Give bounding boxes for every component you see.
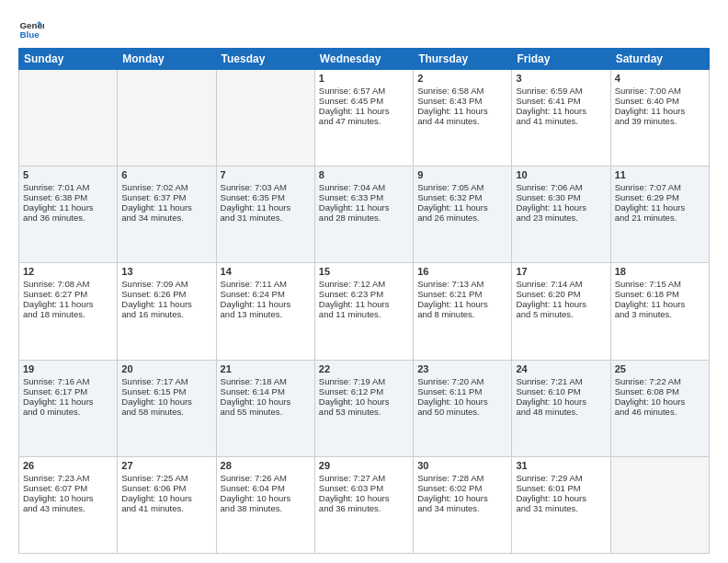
day-info-line: and 26 minutes. bbox=[417, 213, 507, 223]
day-info-line: Sunset: 6:17 PM bbox=[23, 386, 113, 396]
svg-text:Blue: Blue bbox=[19, 29, 40, 40]
day-info-line: Sunrise: 7:08 AM bbox=[23, 279, 113, 289]
day-info-line: Daylight: 10 hours bbox=[121, 396, 211, 407]
day-info-line: and 47 minutes. bbox=[319, 116, 409, 126]
day-info-line: Sunrise: 7:19 AM bbox=[319, 376, 409, 386]
day-info-line: Daylight: 11 hours bbox=[615, 106, 705, 116]
day-number: 8 bbox=[319, 169, 409, 180]
day-info-line: Daylight: 11 hours bbox=[615, 202, 705, 213]
day-info-line: Sunrise: 7:06 AM bbox=[516, 182, 606, 192]
day-info-line: Sunrise: 7:14 AM bbox=[516, 279, 606, 289]
day-info-line: Sunset: 6:01 PM bbox=[516, 483, 606, 493]
day-number: 2 bbox=[417, 73, 507, 84]
day-number: 5 bbox=[23, 169, 113, 180]
day-info-line: and 0 minutes. bbox=[23, 407, 113, 417]
day-number: 12 bbox=[23, 266, 113, 277]
day-cell: 31Sunrise: 7:29 AMSunset: 6:01 PMDayligh… bbox=[512, 456, 610, 553]
day-number: 6 bbox=[121, 169, 211, 180]
day-info-line: Sunrise: 7:16 AM bbox=[23, 376, 113, 386]
day-cell: 21Sunrise: 7:18 AMSunset: 6:14 PMDayligh… bbox=[216, 360, 314, 456]
day-info-line: and 16 minutes. bbox=[121, 309, 211, 319]
day-number: 31 bbox=[516, 460, 606, 471]
day-info-line: Sunset: 6:15 PM bbox=[121, 386, 211, 396]
day-cell bbox=[118, 70, 216, 167]
logo-icon: General Blue bbox=[18, 15, 44, 40]
day-info-line: Sunset: 6:06 PM bbox=[121, 483, 211, 493]
day-info-line: Daylight: 11 hours bbox=[319, 106, 409, 116]
day-info-line: Sunrise: 7:29 AM bbox=[516, 473, 606, 483]
day-info-line: Daylight: 11 hours bbox=[516, 106, 606, 116]
day-number: 24 bbox=[516, 363, 606, 374]
day-header-wednesday: Wednesday bbox=[314, 49, 413, 70]
day-info-line: Sunset: 6:14 PM bbox=[221, 386, 311, 396]
day-info-line: and 43 minutes. bbox=[23, 503, 113, 513]
day-cell: 8Sunrise: 7:04 AMSunset: 6:33 PMDaylight… bbox=[314, 167, 413, 263]
day-info-line: Sunrise: 7:15 AM bbox=[615, 279, 705, 289]
day-number: 17 bbox=[516, 266, 606, 277]
day-info-line: Sunset: 6:10 PM bbox=[516, 386, 606, 396]
day-info-line: and 34 minutes. bbox=[121, 213, 211, 223]
day-info-line: Sunrise: 7:21 AM bbox=[516, 376, 606, 386]
day-cell: 20Sunrise: 7:17 AMSunset: 6:15 PMDayligh… bbox=[118, 360, 216, 456]
day-info-line: and 34 minutes. bbox=[417, 503, 507, 513]
day-info-line: Sunrise: 7:07 AM bbox=[615, 182, 705, 192]
day-info-line: Sunset: 6:37 PM bbox=[121, 192, 211, 202]
day-info-line: and 41 minutes. bbox=[516, 116, 606, 126]
day-info-line: and 8 minutes. bbox=[417, 309, 507, 319]
day-info-line: Sunset: 6:27 PM bbox=[23, 289, 113, 299]
day-cell: 18Sunrise: 7:15 AMSunset: 6:18 PMDayligh… bbox=[610, 263, 709, 360]
day-info-line: Daylight: 11 hours bbox=[417, 106, 507, 116]
day-info-line: Daylight: 11 hours bbox=[121, 202, 211, 213]
day-info-line: Sunrise: 7:27 AM bbox=[319, 473, 409, 483]
day-number: 21 bbox=[221, 363, 311, 374]
day-number: 18 bbox=[615, 266, 705, 277]
day-info-line: Sunrise: 7:17 AM bbox=[121, 376, 211, 386]
day-info-line: Daylight: 10 hours bbox=[221, 493, 311, 503]
day-info-line: Sunset: 6:33 PM bbox=[319, 192, 409, 202]
week-row-3: 12Sunrise: 7:08 AMSunset: 6:27 PMDayligh… bbox=[19, 263, 710, 360]
day-info-line: Sunset: 6:11 PM bbox=[417, 386, 507, 396]
day-info-line: Daylight: 11 hours bbox=[23, 299, 113, 309]
day-info-line: and 36 minutes. bbox=[319, 503, 409, 513]
day-info-line: Sunset: 6:12 PM bbox=[319, 386, 409, 396]
day-number: 30 bbox=[417, 460, 507, 471]
day-number: 28 bbox=[221, 460, 311, 471]
day-info-line: Sunset: 6:43 PM bbox=[417, 96, 507, 106]
day-number: 10 bbox=[516, 169, 606, 180]
week-row-1: 1Sunrise: 6:57 AMSunset: 6:45 PMDaylight… bbox=[19, 70, 710, 167]
day-cell: 15Sunrise: 7:12 AMSunset: 6:23 PMDayligh… bbox=[314, 263, 413, 360]
day-info-line: Sunrise: 7:25 AM bbox=[121, 473, 211, 483]
day-info-line: Sunrise: 7:00 AM bbox=[615, 86, 705, 96]
day-info-line: Sunrise: 7:20 AM bbox=[417, 376, 507, 386]
day-info-line: Sunrise: 7:18 AM bbox=[221, 376, 311, 386]
day-info-line: Sunset: 6:18 PM bbox=[615, 289, 705, 299]
day-info-line: Sunrise: 7:22 AM bbox=[615, 376, 705, 386]
day-info-line: Sunrise: 7:05 AM bbox=[417, 182, 507, 192]
day-info-line: Daylight: 10 hours bbox=[319, 493, 409, 503]
day-number: 29 bbox=[319, 460, 409, 471]
day-header-saturday: Saturday bbox=[610, 49, 709, 70]
day-cell: 3Sunrise: 6:59 AMSunset: 6:41 PMDaylight… bbox=[512, 70, 610, 167]
day-info-line: and 58 minutes. bbox=[121, 407, 211, 417]
day-cell: 9Sunrise: 7:05 AMSunset: 6:32 PMDaylight… bbox=[414, 167, 512, 263]
day-info-line: Sunset: 6:07 PM bbox=[23, 483, 113, 493]
day-cell: 29Sunrise: 7:27 AMSunset: 6:03 PMDayligh… bbox=[314, 456, 413, 553]
week-row-2: 5Sunrise: 7:01 AMSunset: 6:38 PMDaylight… bbox=[19, 167, 710, 263]
day-cell: 22Sunrise: 7:19 AMSunset: 6:12 PMDayligh… bbox=[314, 360, 413, 456]
day-info-line: and 13 minutes. bbox=[221, 309, 311, 319]
day-number: 1 bbox=[319, 73, 409, 84]
day-info-line: Sunset: 6:08 PM bbox=[615, 386, 705, 396]
day-info-line: and 31 minutes. bbox=[221, 213, 311, 223]
day-info-line: Sunrise: 6:59 AM bbox=[516, 86, 606, 96]
day-info-line: and 31 minutes. bbox=[516, 503, 606, 513]
day-cell: 30Sunrise: 7:28 AMSunset: 6:02 PMDayligh… bbox=[414, 456, 512, 553]
day-number: 26 bbox=[23, 460, 113, 471]
header: General Blue bbox=[18, 15, 710, 40]
day-header-thursday: Thursday bbox=[414, 49, 512, 70]
day-info-line: Sunrise: 7:26 AM bbox=[221, 473, 311, 483]
day-cell: 5Sunrise: 7:01 AMSunset: 6:38 PMDaylight… bbox=[19, 167, 118, 263]
day-info-line: Daylight: 10 hours bbox=[417, 493, 507, 503]
day-cell: 24Sunrise: 7:21 AMSunset: 6:10 PMDayligh… bbox=[512, 360, 610, 456]
day-number: 13 bbox=[121, 266, 211, 277]
day-cell bbox=[610, 456, 709, 553]
